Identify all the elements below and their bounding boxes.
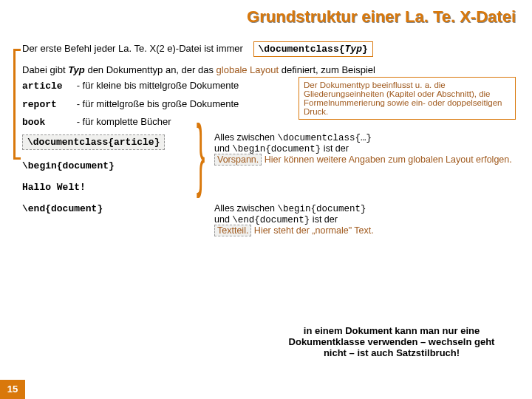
row2e: definiert, zum Beispiel (279, 64, 375, 75)
row2b: Typ (68, 64, 85, 75)
footer-note: in einem Dokument kann man nur eine Doku… (281, 325, 502, 358)
t: \documentclass{…} (277, 133, 372, 143)
type-kw: article (22, 79, 74, 94)
t: Hier können weitere Angaben zum globalen… (262, 154, 511, 165)
type-desc: - für mittelgroße bis große Dokumente (77, 98, 239, 109)
type-kw: report (22, 98, 74, 112)
page-number: 15 (0, 380, 25, 399)
documentclass-article: \documentclass{article} (22, 134, 165, 150)
row2d: globale Layout (216, 64, 279, 75)
list-item: article - für kleine bis mittelgroße Dok… (22, 78, 284, 94)
code-hello: Hallo Welt! (22, 182, 516, 193)
row2c: den Dokumenttyp an, der das (85, 64, 216, 75)
type-desc: - für komplette Bücher (77, 116, 171, 127)
t: Alles zwischen (214, 132, 277, 143)
info-box-doctype: Der Dokumenttyp beeinflusst u. a. die Gl… (299, 77, 516, 120)
list-item: report - für mittelgroße bis große Dokum… (22, 97, 284, 112)
explanation-textteil: Alles zwischen \begin{document} und \end… (214, 203, 525, 236)
documentclass-box: \documentclass{Typ} (253, 41, 373, 57)
type-kw: book (22, 115, 74, 130)
typ-row: Dabei gibt Typ den Dokumenttyp an, der d… (22, 64, 516, 75)
intro-row: Der erste Befehl jeder La. Te. X(2 e)-Da… (22, 41, 516, 57)
list-item: book - für komplette Bücher (22, 115, 284, 130)
t: ist der (310, 214, 338, 225)
t: ist der (321, 143, 349, 154)
code-block: } Alles zwischen \documentclass{…} und \… (22, 160, 516, 214)
t: Alles zwischen (214, 203, 277, 214)
slide-title: Grundstruktur einer La. Te. X-Datei (0, 0, 532, 27)
intro-text: Der erste Befehl jeder La. Te. X(2 e)-Da… (22, 43, 243, 54)
t: Hier steht der „normale" Text. (251, 225, 373, 236)
t: \begin{document} (232, 144, 321, 154)
dc-close: } (362, 44, 368, 55)
explanation-vorspann: Alles zwischen \documentclass{…} und \be… (214, 132, 525, 165)
dc-cmd: \documentclass{ (259, 44, 345, 55)
brace-icon: } (197, 132, 205, 172)
row2a: Dabei gibt (22, 64, 68, 75)
t: und (214, 214, 232, 225)
t: und (214, 143, 232, 154)
vorspann-label: Vorspann. (214, 154, 262, 166)
textteil-label: Textteil. (214, 225, 251, 236)
dc-typ: Typ (345, 44, 362, 55)
t: \end{document} (232, 215, 310, 225)
type-desc: - für kleine bis mittelgroße Dokumente (77, 80, 239, 91)
t: \begin{document} (277, 204, 366, 214)
